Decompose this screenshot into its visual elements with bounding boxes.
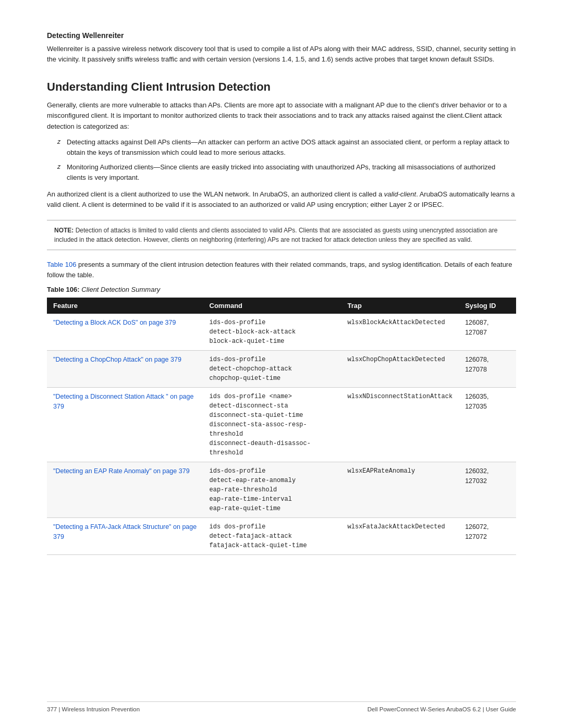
feature-link-1[interactable]: "Detecting a ChopChop Attack" on page 37… bbox=[53, 356, 181, 363]
cell-feature-2: "Detecting a Disconnect Station Attack "… bbox=[47, 387, 203, 462]
col-header-trap: Trap bbox=[341, 298, 459, 314]
table-row: "Detecting a ChopChop Attack" on page 37… bbox=[47, 350, 516, 387]
cell-trap-0: wlsxBlockAckAttackDetected bbox=[341, 314, 459, 351]
cell-feature-3: "Detecting an EAP Rate Anomaly" on page … bbox=[47, 462, 203, 517]
cell-syslog-4: 126072, 127072 bbox=[459, 517, 516, 554]
note-text: Detection of attacks is limited to valid… bbox=[54, 227, 497, 243]
footer-left: 377 | Wireless Intrusion Prevention bbox=[47, 706, 140, 712]
col-header-command: Command bbox=[203, 298, 341, 314]
page-footer: 377 | Wireless Intrusion Prevention Dell… bbox=[47, 701, 516, 712]
cell-syslog-0: 126087, 127087 bbox=[459, 314, 516, 351]
note-label: NOTE: bbox=[54, 227, 74, 234]
detecting-wellenreiter-heading: Detecting Wellenreiter bbox=[47, 31, 516, 40]
table-header-row: Feature Command Trap Syslog ID bbox=[47, 298, 516, 314]
feature-link-3[interactable]: "Detecting an EAP Rate Anomaly" on page … bbox=[53, 467, 190, 475]
cell-trap-1: wlsxChopChopAttackDetected bbox=[341, 350, 459, 387]
cell-command-4: ids dos-profile detect-fatajack-attack f… bbox=[203, 517, 341, 554]
col-header-feature: Feature bbox=[47, 298, 203, 314]
cell-command-1: ids-dos-profile detect-chopchop-attack c… bbox=[203, 350, 341, 387]
understanding-client-section: Understanding Client Intrusion Detection… bbox=[47, 80, 516, 555]
bullet-item-2: Monitoring Authorized clients—Since clie… bbox=[57, 162, 516, 183]
cell-syslog-3: 126032, 127032 bbox=[459, 462, 516, 517]
understanding-client-intro: Generally, clients are more vulnerable t… bbox=[47, 100, 516, 131]
cell-command-0: ids-dos-profile detect-block-ack-attack … bbox=[203, 314, 341, 351]
cell-feature-1: "Detecting a ChopChop Attack" on page 37… bbox=[47, 350, 203, 387]
cell-syslog-1: 126078, 127078 bbox=[459, 350, 516, 387]
cell-syslog-2: 126035, 127035 bbox=[459, 387, 516, 462]
detecting-wellenreiter-section: Detecting Wellenreiter Wellenreiter is a… bbox=[47, 31, 516, 65]
page-content: Detecting Wellenreiter Wellenreiter is a… bbox=[0, 0, 563, 607]
table-caption-title: Client Detection Summary bbox=[80, 286, 161, 293]
table-row: "Detecting a FATA-Jack Attack Structure"… bbox=[47, 517, 516, 554]
cell-trap-2: wlsxNDisconnectStationAttack bbox=[341, 387, 459, 462]
cell-command-2: ids dos-profile <name> detect-disconnect… bbox=[203, 387, 341, 462]
table-row: "Detecting a Block ACK DoS" on page 379i… bbox=[47, 314, 516, 351]
cell-command-3: ids-dos-profile detect-eap-rate-anomaly … bbox=[203, 462, 341, 517]
table-row: "Detecting a Disconnect Station Attack "… bbox=[47, 387, 516, 462]
authorized-client-para: An authorized client is a client authori… bbox=[47, 189, 516, 210]
understanding-client-heading: Understanding Client Intrusion Detection bbox=[47, 80, 516, 94]
detecting-wellenreiter-body: Wellenreiter is a passive wireless netwo… bbox=[47, 44, 516, 65]
feature-link-0[interactable]: "Detecting a Block ACK DoS" on page 379 bbox=[53, 319, 176, 326]
cell-trap-4: wlsxFataJackAttackDetected bbox=[341, 517, 459, 554]
table-caption-label: Table 106: bbox=[47, 286, 80, 293]
col-header-syslog: Syslog ID bbox=[459, 298, 516, 314]
valid-client-italic: valid-client bbox=[384, 190, 416, 198]
cell-feature-0: "Detecting a Block ACK DoS" on page 379 bbox=[47, 314, 203, 351]
table-row: "Detecting an EAP Rate Anomaly" on page … bbox=[47, 462, 516, 517]
feature-link-4[interactable]: "Detecting a FATA-Jack Attack Structure"… bbox=[53, 523, 197, 540]
note-box: NOTE: Detection of attacks is limited to… bbox=[47, 220, 516, 250]
client-detection-table: Feature Command Trap Syslog ID "Detectin… bbox=[47, 298, 516, 555]
cell-feature-4: "Detecting a FATA-Jack Attack Structure"… bbox=[47, 517, 203, 554]
cell-trap-3: wlsxEAPRateAnomaly bbox=[341, 462, 459, 517]
bullet-item-1: Detecting attacks against Dell APs clien… bbox=[57, 137, 516, 158]
bullet-list: Detecting attacks against Dell APs clien… bbox=[57, 137, 516, 183]
table-caption: Table 106: Client Detection Summary bbox=[47, 286, 516, 293]
table-summary: Table 106 presents a summary of the clie… bbox=[47, 260, 516, 280]
feature-link-2[interactable]: "Detecting a Disconnect Station Attack "… bbox=[53, 393, 193, 410]
table-106-link[interactable]: Table 106 bbox=[47, 261, 76, 268]
footer-right: Dell PowerConnect W-Series ArubaOS 6.2 |… bbox=[368, 706, 516, 712]
